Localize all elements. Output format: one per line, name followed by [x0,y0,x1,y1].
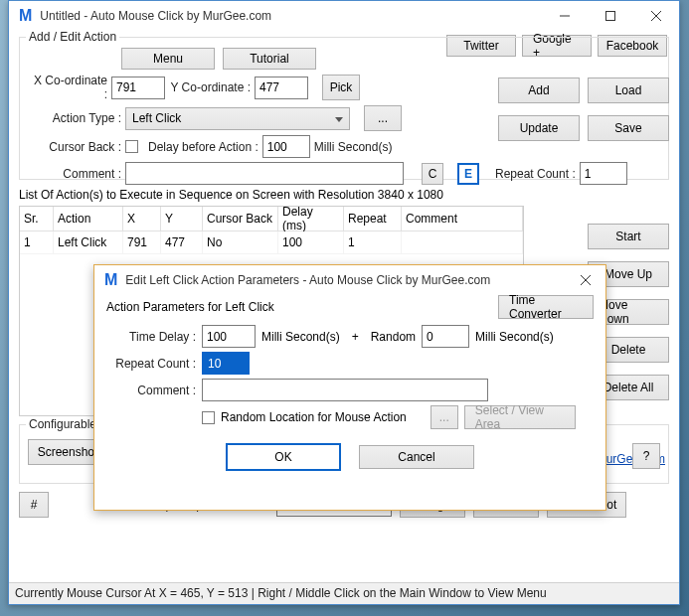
plus-label: + [352,330,359,344]
delay-before-input[interactable] [262,135,310,158]
dialog-title: Edit Left Click Action Parameters - Auto… [125,273,490,287]
cursor-back-label: Cursor Back : [28,140,121,154]
hash-button[interactable]: # [19,492,49,518]
start-button[interactable]: Start [588,224,669,249]
x-coord-input[interactable] [111,77,165,99]
svg-rect-1 [606,12,615,21]
table-row[interactable]: 1 Left Click 791 477 No 100 1 [20,231,523,254]
titlebar: M Untitled - Auto Mouse Click by MurGee.… [9,1,679,31]
random-delay-input[interactable] [422,325,469,348]
window-controls [542,1,679,31]
modal-repeat-label: Repeat Count : [106,357,196,371]
action-type-label: Action Type : [28,111,121,125]
table-header: Sr. Action X Y Cursor Back Delay (ms) Re… [20,207,523,231]
col-sr[interactable]: Sr. [20,207,54,231]
modal-comment-input[interactable] [202,379,488,401]
app-logo-icon: M [19,7,32,25]
c-button[interactable]: C [422,163,443,185]
comment-input[interactable] [125,162,404,185]
tutorial-button[interactable]: Tutorial [223,48,316,70]
pick-button[interactable]: Pick [322,75,360,100]
configurable-legend: Configurable [26,417,99,431]
time-delay-label: Time Delay : [106,330,196,344]
minimize-button[interactable] [542,1,588,31]
dialog-subtitle: Action Parameters for Left Click [106,300,274,314]
x-coord-label: X Co-ordinate : [28,74,107,101]
help-button[interactable]: ? [632,443,660,469]
random-label: Random [371,330,416,344]
add-button[interactable]: Add [498,77,580,103]
window-title: Untitled - Auto Mouse Click by MurGee.co… [40,9,271,23]
statusbar: Currently Mouse Cursor At X = 465, Y = 5… [9,582,679,604]
load-button[interactable]: Load [588,77,669,103]
col-y[interactable]: Y [161,207,203,231]
edit-action-dialog: M Edit Left Click Action Parameters - Au… [93,264,606,511]
cursor-back-checkbox[interactable] [125,140,138,153]
comment-label: Comment : [28,167,121,181]
maximize-button[interactable] [588,1,633,31]
col-cursor-back[interactable]: Cursor Back [203,207,278,231]
ms-label: Milli Second(s) [314,140,393,154]
col-x[interactable]: X [123,207,161,231]
menu-button[interactable]: Menu [121,48,215,70]
col-comment[interactable]: Comment [402,207,523,231]
delay-before-label: Delay before Action : [148,140,258,154]
col-action[interactable]: Action [54,207,123,231]
select-view-area-button[interactable]: Select / View Area [464,405,576,429]
browse-button[interactable]: ... [431,405,458,429]
random-location-checkbox[interactable] [202,411,215,424]
save-button[interactable]: Save [588,115,669,141]
fieldset-legend: Add / Edit Action [26,30,119,44]
ms-label-2: Milli Second(s) [475,330,554,344]
col-repeat[interactable]: Repeat [344,207,402,231]
list-label: List Of Action(s) to Execute in Sequence… [19,188,669,202]
action-type-more-button[interactable]: ... [364,105,402,131]
ok-button[interactable]: OK [226,443,341,471]
dialog-close-button[interactable] [566,265,605,295]
modal-repeat-input[interactable] [202,352,250,375]
time-converter-button[interactable]: Time Converter [498,295,594,319]
repeat-count-input[interactable] [580,162,627,185]
action-type-select[interactable]: Left Click [125,107,350,130]
y-coord-input[interactable] [255,77,308,99]
modal-comment-label: Comment : [106,384,196,397]
time-delay-input[interactable] [202,325,256,348]
random-location-label: Random Location for Mouse Action [221,410,407,424]
close-button[interactable] [633,1,679,31]
y-coord-label: Y Co-ordinate : [169,80,251,94]
dialog-logo-icon: M [104,271,117,289]
ms-label-1: Milli Second(s) [261,330,340,344]
col-delay[interactable]: Delay (ms) [278,207,344,231]
e-button[interactable]: E [457,163,479,185]
cancel-button[interactable]: Cancel [359,445,474,469]
update-button[interactable]: Update [498,115,580,141]
repeat-count-label: Repeat Count : [495,167,576,181]
